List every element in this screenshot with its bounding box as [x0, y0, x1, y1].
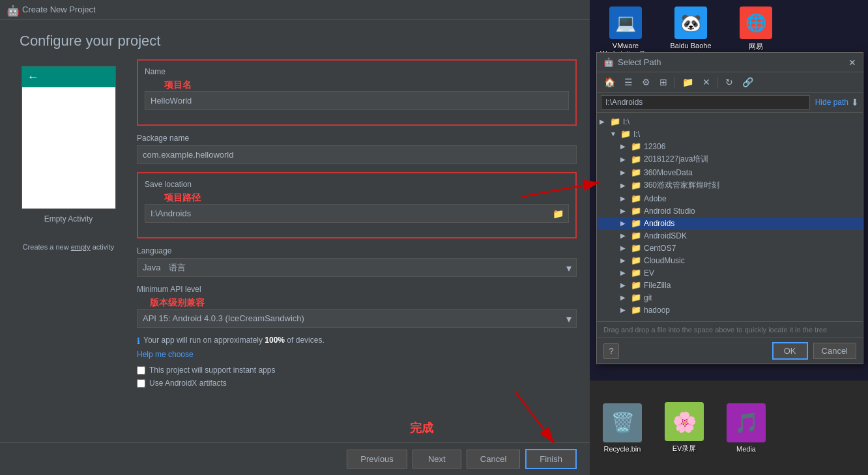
sp-download-icon[interactable]: ⬇: [851, 97, 859, 108]
app-icon: 🤖: [7, 5, 17, 15]
sp-chevron-git: ▶: [620, 294, 628, 301]
sp-home-btn[interactable]: 🏠: [601, 75, 618, 89]
name-input[interactable]: [145, 91, 569, 110]
save-location-section: Save location 项目路径 📁: [137, 172, 577, 238]
vmware-icon: 💻: [609, 7, 642, 39]
sp-tree-item-360game[interactable]: ▶ 📁 360游戏管家辉煌时刻: [597, 179, 863, 192]
sp-new-folder-btn[interactable]: 📁: [679, 75, 697, 89]
ev-icon: 🌸: [665, 402, 704, 441]
activity-preview: ←: [22, 66, 116, 209]
previous-button[interactable]: Previous: [347, 450, 407, 468]
sp-tree-item-centos[interactable]: ▶ 📁 CentOS7: [597, 242, 863, 254]
sp-close-button[interactable]: ✕: [848, 57, 856, 68]
instant-apps-checkbox-group: This project will support instant apps: [137, 366, 577, 375]
sp-tree-item-i-root[interactable]: ▼ 📁 I:\: [597, 128, 863, 140]
save-location-form-group: Save location 项目路径 📁: [145, 180, 569, 223]
sp-tree-item-androidsdk[interactable]: ▶ 📁 AndroidSDK: [597, 229, 863, 242]
language-form-group: Language Java 语言 Kotlin: [137, 246, 577, 277]
sp-chevron-parent: ▶: [600, 118, 607, 125]
sp-folder-icon-java: 📁: [631, 154, 641, 164]
sp-tree-item-cloudmusic[interactable]: ▶ 📁 CloudMusic: [597, 254, 863, 266]
sp-tree-item-parent[interactable]: ▶ 📁 I:\: [597, 115, 863, 128]
info-text-content: Your app will run on approximately 100% …: [143, 336, 325, 345]
sp-path-input[interactable]: [601, 95, 810, 109]
sp-tree-item-12306[interactable]: ▶ 📁 12306: [597, 140, 863, 152]
sp-folder-icon-i-root: 📁: [620, 129, 631, 139]
taskbar-area: 🗑️ Recycle.bin 🌸 EV录屏 🎵 Media: [590, 381, 868, 475]
sp-tree-label-cloudmusic: CloudMusic: [644, 256, 685, 265]
dialog-body: ← Empty Activity Creates a new empty act…: [0, 59, 590, 392]
taskbar-recycle[interactable]: 🗑️ Recycle.bin: [593, 403, 652, 453]
help-link[interactable]: Help me choose: [137, 350, 577, 359]
desc-text-suffix: activity: [91, 243, 115, 251]
sp-file-tree[interactable]: ▶ 📁 I:\ ▼ 📁 I:\ ▶ 📁 12306 ▶ 📁 20181227ja…: [597, 113, 863, 321]
browse-folder-icon[interactable]: 📁: [553, 209, 564, 219]
sp-ok-button[interactable]: OK: [772, 342, 808, 360]
sp-tree-item-java[interactable]: ▶ 📁 20181227java培训: [597, 152, 863, 166]
sp-tree-item-filezilla[interactable]: ▶ 📁 FileZilla: [597, 279, 863, 291]
media-icon: 🎵: [727, 403, 766, 442]
sp-toolbar: 🏠 ☰ ⚙ ⊞ 📁 ✕ ↻ 🔗: [597, 72, 863, 93]
sp-help-button[interactable]: ?: [603, 343, 619, 359]
next-button[interactable]: Next: [412, 450, 461, 468]
language-select[interactable]: Java 语言 Kotlin: [137, 258, 577, 277]
sp-hide-path-link[interactable]: Hide path: [815, 98, 848, 107]
sp-tree-item-androids[interactable]: ▶ 📁 Androids: [597, 217, 863, 229]
sp-tree-label-360game: 360游戏管家辉煌时刻: [644, 180, 719, 191]
sp-tree-label-adobe: Adobe: [644, 194, 667, 203]
cancel-button[interactable]: Cancel: [467, 450, 520, 468]
package-name-label: Package name: [137, 134, 577, 143]
instant-apps-label: This project will support instant apps: [149, 366, 275, 375]
ev-label: EV录屏: [673, 444, 697, 453]
sp-tree-item-hadoop[interactable]: ▶ 📁 hadoop: [597, 304, 863, 316]
sp-hint-text: Drag and drop a file into the space abov…: [597, 321, 863, 338]
baidu-icon: 🐼: [674, 7, 707, 39]
form-panel: Name 项目名 Package name Save location 项目路径…: [124, 59, 590, 392]
sp-link-btn[interactable]: 🔗: [739, 75, 757, 89]
sp-folder-icon-android-studio: 📁: [631, 206, 641, 216]
sp-folder-icon-git: 📁: [631, 293, 641, 302]
desktop-icon-163[interactable]: 🌐 网易: [727, 7, 785, 51]
package-name-input[interactable]: [137, 145, 577, 164]
sp-tree-item-360move[interactable]: ▶ 📁 360MoveData: [597, 166, 863, 179]
sp-breadcrumb-btn[interactable]: ⊞: [656, 75, 671, 89]
preview-content-area: [22, 87, 115, 209]
sp-tree-label-java: 20181227java培训: [644, 154, 708, 165]
desktop-icon-vmware[interactable]: 💻 VMwareWorkstation Pro: [596, 7, 655, 57]
sp-refresh-btn[interactable]: ↻: [722, 75, 736, 89]
baidu-label: Baidu Baohe: [671, 42, 712, 50]
sp-list-btn[interactable]: ☰: [621, 75, 636, 89]
androidx-checkbox[interactable]: [137, 379, 145, 388]
language-label: Language: [137, 246, 577, 255]
sp-tree-item-adobe[interactable]: ▶ 📁 Adobe: [597, 192, 863, 205]
androidx-checkbox-group: Use AndroidX artifacts: [137, 379, 577, 388]
taskbar-media[interactable]: 🎵 Media: [717, 403, 775, 453]
media-label: Media: [736, 445, 756, 453]
sp-folder-icon-androidsdk: 📁: [631, 231, 641, 240]
min-api-select[interactable]: API 15: Android 4.0.3 (IceCreamSandwich)…: [137, 309, 577, 328]
sp-tree-item-android-studio[interactable]: ▶ 📁 Android Studio: [597, 205, 863, 217]
sp-folder-icon-360game: 📁: [631, 180, 641, 190]
sp-cancel-button[interactable]: Cancel: [813, 343, 856, 359]
sp-tree-label-hadoop: hadoop: [644, 306, 670, 315]
sp-folder-icon-cloudmusic: 📁: [631, 255, 641, 265]
sp-tree-label: I:\: [623, 117, 629, 126]
sp-view-btn[interactable]: ⚙: [639, 75, 654, 89]
finish-button[interactable]: Finish: [525, 449, 577, 469]
name-form-group: Name 项目名: [145, 67, 569, 110]
desktop-icon-baidu[interactable]: 🐼 Baidu Baohe: [661, 7, 720, 50]
sp-delete-btn[interactable]: ✕: [699, 75, 714, 89]
sp-tree-label-i-root: I:\: [633, 130, 640, 139]
sp-chevron-12306: ▶: [620, 143, 628, 150]
163-label: 网易: [749, 42, 763, 51]
sp-tree-label-360move: 360MoveData: [644, 168, 693, 177]
taskbar-ev[interactable]: 🌸 EV录屏: [655, 402, 714, 453]
sp-tree-label-ev: EV: [644, 268, 654, 278]
language-select-wrapper: Java 语言 Kotlin: [137, 258, 577, 277]
info-prefix: Your app will run on approximately: [143, 336, 265, 345]
save-location-input-wrapper: 📁: [145, 204, 569, 223]
sp-tree-item-git[interactable]: ▶ 📁 git: [597, 291, 863, 304]
save-location-input[interactable]: [145, 204, 569, 223]
sp-tree-item-ev[interactable]: ▶ 📁 EV: [597, 266, 863, 279]
instant-apps-checkbox[interactable]: [137, 366, 145, 375]
